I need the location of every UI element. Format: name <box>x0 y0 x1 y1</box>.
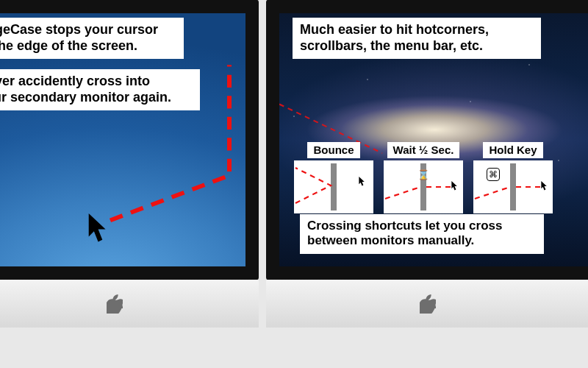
card-wait-graphic: ⌛ <box>384 160 463 213</box>
right-monitor: Much easier to hit hotcorners, scrollbar… <box>266 0 588 328</box>
apple-logo-icon <box>420 294 436 314</box>
command-key-icon: ⌘ <box>487 168 500 181</box>
shortcut-cards: Bounce Wait ½ Sec. <box>294 142 553 213</box>
card-wait: Wait ½ Sec. ⌛ <box>384 142 463 213</box>
cursor-icon <box>88 213 110 243</box>
left-screen: EdgeCase stops your cursor at the edge o… <box>0 0 259 280</box>
cursor-icon <box>541 181 548 191</box>
card-bounce-graphic <box>294 160 373 213</box>
left-monitor-chin <box>0 280 259 328</box>
bounce-path <box>294 160 373 213</box>
card-hold-label: Hold Key <box>483 142 542 158</box>
right-screen: Much easier to hit hotcorners, scrollbar… <box>266 0 588 280</box>
right-monitor-chin <box>266 280 588 328</box>
cursor-icon <box>451 181 459 191</box>
card-hold-graphic: ⌘ <box>473 160 553 213</box>
left-monitor: EdgeCase stops your cursor at the edge o… <box>0 0 259 328</box>
card-hold: Hold Key ⌘ <box>473 142 553 213</box>
right-callout-2: Crossing shortcuts let you cross between… <box>300 214 544 254</box>
card-bounce-label: Bounce <box>307 142 359 158</box>
card-wait-label: Wait ½ Sec. <box>387 142 460 158</box>
apple-logo-icon <box>107 294 123 314</box>
left-dashed-path <box>0 13 245 266</box>
hourglass-icon: ⌛ <box>417 169 429 180</box>
card-bounce: Bounce <box>294 142 373 213</box>
cursor-icon <box>359 177 366 186</box>
